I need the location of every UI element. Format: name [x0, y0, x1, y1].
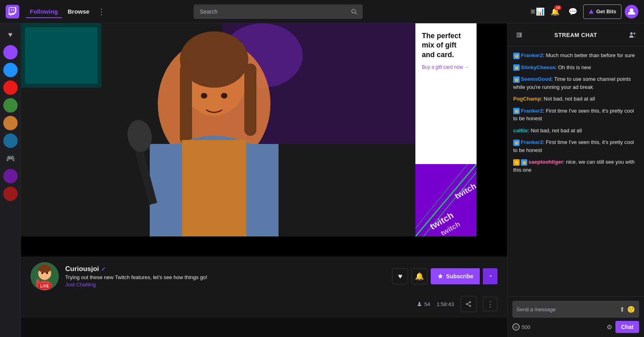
search-input[interactable] [194, 4, 346, 19]
subscribe-button[interactable]: Subscribe [431, 268, 480, 284]
twitch-logo-icon [8, 7, 17, 16]
moderator-badge: 👑 [513, 140, 520, 146]
search-icon [351, 8, 357, 15]
chat-users-btn[interactable] [626, 29, 638, 41]
search-button[interactable] [346, 4, 363, 19]
chat-username[interactable]: Franker2 [521, 52, 543, 58]
star-badge: ⭐ [513, 159, 520, 166]
sidebar-game-icon[interactable]: 🎮 [3, 151, 18, 166]
video-player[interactable] [21, 23, 415, 236]
share-icon [465, 301, 472, 307]
user-avatar[interactable] [625, 5, 638, 18]
stream-info-bar: LIVE Curiousjoi ✓ Trying out these new T… [21, 257, 507, 296]
ad-bg-svg: twitch twitch twitch [415, 164, 477, 236]
chat-message: cal6ix: Not bad, not bad at all [513, 127, 638, 135]
moderator-badge: 👑 [513, 108, 520, 114]
points-icon-btn[interactable]: ⬆ [619, 306, 625, 313]
points-circle-icon: ◎ [512, 323, 520, 331]
moderator-badge: 👑 [513, 64, 520, 71]
stream-title: Trying out these new Twitch features, le… [65, 274, 386, 280]
search-bar [194, 4, 363, 19]
svg-point-17 [201, 93, 207, 99]
svg-point-35 [469, 301, 471, 303]
topnav-right: 📊 🔔 16 💬 Get Bits [530, 4, 638, 19]
stream-category[interactable]: Just Chatting [65, 282, 386, 288]
chat-username[interactable]: SeemsGood [521, 76, 551, 82]
chat-icon-btn[interactable]: 💬 [566, 4, 580, 19]
sidebar-streamer-4[interactable] [3, 98, 18, 113]
chat-panel: STREAM CHAT 👑Franker2: Much much better … [507, 23, 644, 337]
chat-username[interactable]: cal6ix [513, 127, 528, 134]
chat-message-input[interactable] [516, 306, 616, 312]
ad-link[interactable]: Buy a gift card now → [422, 64, 470, 70]
sidebar-streamer-6[interactable] [3, 134, 18, 148]
chat-footer-row: ◎ 500 ⚙ Chat [512, 321, 639, 333]
chat-input-row: ⬆ 🙂 [512, 301, 639, 318]
chat-username[interactable]: StinkyCheese [521, 64, 555, 70]
sidebar-streamer-1[interactable] [3, 45, 18, 60]
center-content: The perfect mix of gift and card. Buy a … [21, 23, 507, 337]
nav-following[interactable]: Following [26, 6, 62, 17]
moderator-badge: 👑 [513, 53, 520, 59]
stream-duration: 1:58:43 [437, 301, 454, 307]
channel-points-display: ◎ 500 [512, 323, 530, 331]
svg-point-18 [221, 93, 227, 99]
sidebar-streamer-3[interactable] [3, 80, 18, 95]
svg-marker-33 [438, 273, 443, 279]
viewer-count: 54 [417, 301, 430, 307]
ad-panel: The perfect mix of gift and card. Buy a … [415, 23, 477, 236]
stream-stats-bar: 54 1:58:43 ⋮ [21, 296, 507, 318]
sidebar-streamer-8[interactable] [3, 187, 18, 201]
streamer-avatar[interactable]: LIVE [31, 262, 59, 290]
bits-icon [588, 9, 594, 14]
user-avatar-icon [627, 7, 636, 16]
chat-footer-right: ⚙ Chat [607, 321, 639, 333]
chat-messages: 👑Franker2: Much much better than before … [508, 47, 644, 296]
chevron-down-icon [488, 274, 493, 279]
notifications-btn[interactable]: 🔔 16 [548, 4, 562, 19]
chat-message: 👑Franker2: First time I've seen this, it… [513, 138, 638, 154]
nav-more-btn[interactable]: ⋮ [95, 5, 108, 18]
sidebar-streamer-7[interactable] [3, 169, 18, 183]
chat-input-area: ⬆ 🙂 ◎ 500 ⚙ Chat [508, 296, 644, 337]
video-svg [21, 23, 415, 236]
viewers-icon [417, 301, 422, 307]
svg-point-37 [469, 305, 471, 307]
bell-button[interactable]: 🔔 [411, 268, 427, 284]
chat-settings-btn[interactable]: ⚙ [607, 323, 612, 331]
verified-icon: ✓ [101, 266, 106, 272]
collapse-icon [516, 31, 523, 39]
svg-point-29 [41, 272, 43, 274]
chat-username[interactable]: Franker2 [521, 108, 543, 114]
twitch-logo[interactable] [6, 5, 19, 18]
chat-title: STREAM CHAT [528, 32, 623, 38]
activity-feed-btn[interactable]: 📊 [530, 4, 545, 19]
below-video-spacer [21, 236, 507, 257]
svg-point-28 [38, 265, 51, 273]
get-bits-button[interactable]: Get Bits [583, 4, 621, 19]
nav-browse[interactable]: Browse [64, 6, 93, 17]
topnav: Following Browse ⋮ 📊 🔔 16 💬 [0, 0, 644, 23]
chat-username[interactable]: PogChamp [513, 96, 541, 102]
subscribe-dropdown-btn[interactable] [483, 268, 497, 284]
more-options-button[interactable]: ⋮ [483, 297, 497, 311]
activity-icon [530, 8, 536, 16]
users-icon [629, 31, 636, 39]
sidebar-streamer-5[interactable] [3, 116, 18, 130]
share-button[interactable] [460, 296, 477, 312]
chat-username[interactable]: Franker2 [521, 139, 543, 145]
chat-collapse-btn[interactable] [513, 29, 525, 41]
sidebar-streamer-2[interactable] [3, 63, 18, 77]
chat-username[interactable]: saeptoohtiger [528, 159, 563, 165]
emote-btn[interactable]: 🙂 [627, 306, 635, 313]
svg-rect-4 [25, 27, 97, 84]
moderator-badge: 👑 [513, 76, 520, 83]
svg-marker-0 [589, 9, 594, 14]
chat-message: PogChamp: Not bad, not bad at all [513, 95, 638, 103]
main-nav: Following Browse ⋮ [26, 5, 108, 18]
sidebar-heart-icon[interactable]: ♥ [3, 27, 18, 42]
chat-send-button[interactable]: Chat [615, 321, 639, 333]
ad-panel-bottom: twitch twitch twitch [415, 164, 477, 236]
heart-button[interactable]: ♥ [392, 268, 408, 284]
chat-message-text: : Not bad, not bad at all [541, 96, 595, 102]
